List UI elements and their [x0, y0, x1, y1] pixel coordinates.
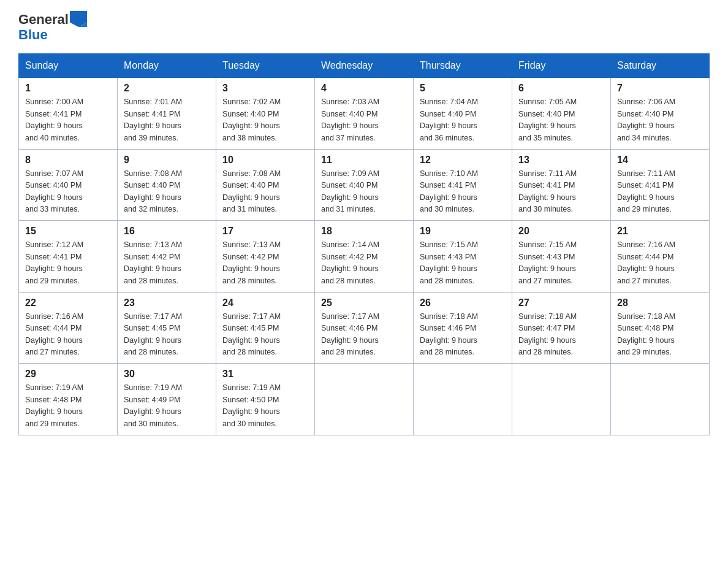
calendar-cell: 28Sunrise: 7:18 AMSunset: 4:48 PMDayligh…	[611, 292, 710, 364]
calendar-week-row: 22Sunrise: 7:16 AMSunset: 4:44 PMDayligh…	[19, 292, 710, 364]
calendar-cell: 13Sunrise: 7:11 AMSunset: 4:41 PMDayligh…	[512, 149, 611, 221]
day-number: 21	[617, 226, 703, 237]
day-info: Sunrise: 7:05 AMSunset: 4:40 PMDaylight:…	[518, 96, 604, 144]
day-number: 19	[420, 226, 506, 237]
day-number: 5	[420, 83, 506, 94]
weekday-header-wednesday: Wednesday	[315, 54, 414, 78]
calendar-cell: 10Sunrise: 7:08 AMSunset: 4:40 PMDayligh…	[216, 149, 315, 221]
day-info: Sunrise: 7:07 AMSunset: 4:40 PMDaylight:…	[25, 168, 111, 216]
day-number: 18	[321, 226, 407, 237]
day-number: 12	[420, 155, 506, 166]
day-info: Sunrise: 7:15 AMSunset: 4:43 PMDaylight:…	[420, 239, 506, 287]
calendar-cell: 22Sunrise: 7:16 AMSunset: 4:44 PMDayligh…	[19, 292, 118, 364]
day-info: Sunrise: 7:14 AMSunset: 4:42 PMDaylight:…	[321, 239, 407, 287]
calendar-cell	[512, 364, 611, 435]
calendar-cell: 25Sunrise: 7:17 AMSunset: 4:46 PMDayligh…	[315, 292, 414, 364]
day-info: Sunrise: 7:02 AMSunset: 4:40 PMDaylight:…	[222, 96, 308, 144]
calendar-week-row: 29Sunrise: 7:19 AMSunset: 4:48 PMDayligh…	[19, 364, 710, 435]
day-info: Sunrise: 7:16 AMSunset: 4:44 PMDaylight:…	[617, 239, 703, 287]
day-number: 10	[222, 155, 308, 166]
day-number: 26	[420, 297, 506, 308]
weekday-header-tuesday: Tuesday	[216, 54, 315, 78]
calendar-cell: 2Sunrise: 7:01 AMSunset: 4:41 PMDaylight…	[118, 78, 216, 150]
day-number: 8	[25, 155, 111, 166]
day-info: Sunrise: 7:09 AMSunset: 4:40 PMDaylight:…	[321, 168, 407, 216]
calendar-cell	[611, 364, 710, 435]
day-info: Sunrise: 7:12 AMSunset: 4:41 PMDaylight:…	[25, 239, 111, 287]
calendar-week-row: 1Sunrise: 7:00 AMSunset: 4:41 PMDaylight…	[19, 78, 710, 150]
day-number: 9	[124, 155, 210, 166]
day-number: 16	[124, 226, 210, 237]
calendar-cell: 6Sunrise: 7:05 AMSunset: 4:40 PMDaylight…	[512, 78, 611, 150]
day-info: Sunrise: 7:19 AMSunset: 4:48 PMDaylight:…	[25, 382, 111, 430]
day-number: 14	[617, 155, 703, 166]
day-info: Sunrise: 7:19 AMSunset: 4:50 PMDaylight:…	[222, 382, 308, 430]
calendar-cell: 31Sunrise: 7:19 AMSunset: 4:50 PMDayligh…	[216, 364, 315, 435]
calendar-cell: 15Sunrise: 7:12 AMSunset: 4:41 PMDayligh…	[19, 221, 118, 293]
day-number: 22	[25, 297, 111, 308]
day-number: 31	[222, 369, 308, 380]
day-info: Sunrise: 7:10 AMSunset: 4:41 PMDaylight:…	[420, 168, 506, 216]
day-number: 17	[222, 226, 308, 237]
calendar-cell: 18Sunrise: 7:14 AMSunset: 4:42 PMDayligh…	[315, 221, 414, 293]
calendar-cell: 11Sunrise: 7:09 AMSunset: 4:40 PMDayligh…	[315, 149, 414, 221]
day-number: 3	[222, 83, 308, 94]
calendar-cell: 19Sunrise: 7:15 AMSunset: 4:43 PMDayligh…	[414, 221, 512, 293]
calendar-cell: 16Sunrise: 7:13 AMSunset: 4:42 PMDayligh…	[118, 221, 216, 293]
day-info: Sunrise: 7:16 AMSunset: 4:44 PMDaylight:…	[25, 311, 111, 359]
calendar-cell	[315, 364, 414, 435]
calendar-cell	[414, 364, 512, 435]
day-number: 23	[124, 297, 210, 308]
day-info: Sunrise: 7:06 AMSunset: 4:40 PMDaylight:…	[617, 96, 703, 144]
day-number: 28	[617, 297, 703, 308]
weekday-header-monday: Monday	[118, 54, 216, 78]
day-info: Sunrise: 7:00 AMSunset: 4:41 PMDaylight:…	[25, 96, 111, 144]
weekday-header-saturday: Saturday	[611, 54, 710, 78]
calendar-cell: 24Sunrise: 7:17 AMSunset: 4:45 PMDayligh…	[216, 292, 315, 364]
calendar-cell: 17Sunrise: 7:13 AMSunset: 4:42 PMDayligh…	[216, 221, 315, 293]
day-number: 4	[321, 83, 407, 94]
day-number: 29	[25, 369, 111, 380]
weekday-header-friday: Friday	[512, 54, 611, 78]
logo-text: General Blue	[18, 12, 87, 42]
day-info: Sunrise: 7:19 AMSunset: 4:49 PMDaylight:…	[124, 382, 210, 430]
day-info: Sunrise: 7:18 AMSunset: 4:46 PMDaylight:…	[420, 311, 506, 359]
day-info: Sunrise: 7:13 AMSunset: 4:42 PMDaylight:…	[222, 239, 308, 287]
day-info: Sunrise: 7:08 AMSunset: 4:40 PMDaylight:…	[222, 168, 308, 216]
day-number: 24	[222, 297, 308, 308]
weekday-header-sunday: Sunday	[19, 54, 118, 78]
weekday-header-thursday: Thursday	[414, 54, 512, 78]
calendar-week-row: 15Sunrise: 7:12 AMSunset: 4:41 PMDayligh…	[19, 221, 710, 293]
calendar-cell: 12Sunrise: 7:10 AMSunset: 4:41 PMDayligh…	[414, 149, 512, 221]
calendar-cell: 20Sunrise: 7:15 AMSunset: 4:43 PMDayligh…	[512, 221, 611, 293]
day-info: Sunrise: 7:11 AMSunset: 4:41 PMDaylight:…	[518, 168, 604, 216]
day-info: Sunrise: 7:18 AMSunset: 4:47 PMDaylight:…	[518, 311, 604, 359]
day-info: Sunrise: 7:08 AMSunset: 4:40 PMDaylight:…	[124, 168, 210, 216]
calendar-cell: 4Sunrise: 7:03 AMSunset: 4:40 PMDaylight…	[315, 78, 414, 150]
day-number: 11	[321, 155, 407, 166]
day-number: 27	[518, 297, 604, 308]
calendar-cell: 5Sunrise: 7:04 AMSunset: 4:40 PMDaylight…	[414, 78, 512, 150]
day-info: Sunrise: 7:17 AMSunset: 4:45 PMDaylight:…	[124, 311, 210, 359]
day-info: Sunrise: 7:17 AMSunset: 4:45 PMDaylight:…	[222, 311, 308, 359]
day-number: 20	[518, 226, 604, 237]
calendar-cell: 29Sunrise: 7:19 AMSunset: 4:48 PMDayligh…	[19, 364, 118, 435]
page-header: General Blue	[18, 12, 710, 42]
calendar-cell: 14Sunrise: 7:11 AMSunset: 4:41 PMDayligh…	[611, 149, 710, 221]
weekday-header-row: SundayMondayTuesdayWednesdayThursdayFrid…	[19, 54, 710, 78]
day-number: 30	[124, 369, 210, 380]
calendar-cell: 3Sunrise: 7:02 AMSunset: 4:40 PMDaylight…	[216, 78, 315, 150]
calendar-week-row: 8Sunrise: 7:07 AMSunset: 4:40 PMDaylight…	[19, 149, 710, 221]
day-number: 1	[25, 83, 111, 94]
day-number: 13	[518, 155, 604, 166]
day-info: Sunrise: 7:17 AMSunset: 4:46 PMDaylight:…	[321, 311, 407, 359]
day-number: 6	[518, 83, 604, 94]
day-info: Sunrise: 7:11 AMSunset: 4:41 PMDaylight:…	[617, 168, 703, 216]
calendar-cell: 21Sunrise: 7:16 AMSunset: 4:44 PMDayligh…	[611, 221, 710, 293]
calendar-table: SundayMondayTuesdayWednesdayThursdayFrid…	[18, 53, 710, 435]
logo: General Blue	[18, 12, 87, 42]
calendar-cell: 9Sunrise: 7:08 AMSunset: 4:40 PMDaylight…	[118, 149, 216, 221]
calendar-cell: 8Sunrise: 7:07 AMSunset: 4:40 PMDaylight…	[19, 149, 118, 221]
day-info: Sunrise: 7:15 AMSunset: 4:43 PMDaylight:…	[518, 239, 604, 287]
calendar-cell: 26Sunrise: 7:18 AMSunset: 4:46 PMDayligh…	[414, 292, 512, 364]
